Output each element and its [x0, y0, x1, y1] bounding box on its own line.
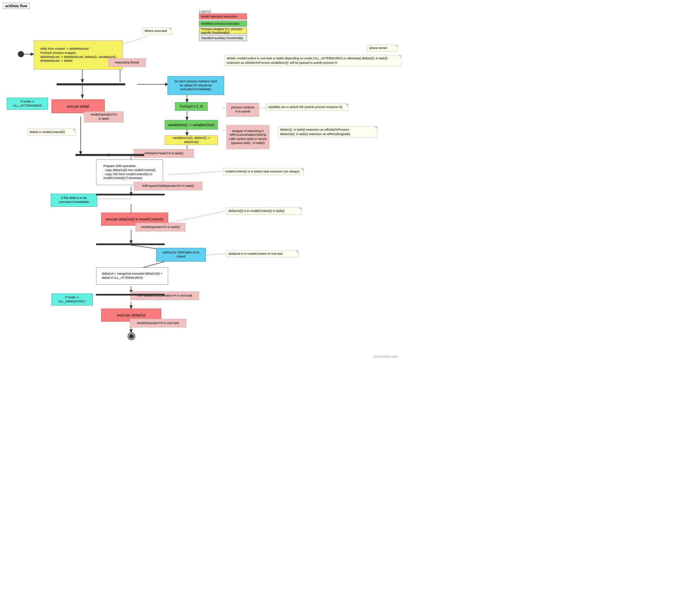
join-bar: [75, 154, 144, 156]
deltaout-root-context-note: deltaOut is in modelContext of root task: [226, 250, 299, 257]
legend-item-red: Model operation execution: [199, 13, 249, 20]
powered-by: powered by Astah: [373, 355, 398, 358]
wf-wait-for-tasks-node: WfWaitForTasksTH in task(i): [134, 149, 194, 158]
variables-in-out-node: variablesIn(i) -> variablesOut(i): [165, 120, 218, 130]
delta0-context-note: delta0: modelContext in root task or tas…: [225, 55, 401, 66]
legend-item-yellow: Process wrapper (i.e. process-specific f…: [199, 28, 249, 34]
process-instance-activiti-node: process instance #i in activiti: [226, 103, 259, 117]
deltain-task-extension-note: deltaIn(i): in task(i) extension as wfDe…: [278, 126, 377, 137]
act-label: actData flow: [3, 3, 30, 9]
requesting-thread-node: requesting thread: [108, 58, 146, 67]
execute-delta0-node: execute delta0: [51, 99, 105, 113]
prepare-child-op-node: Prepare child operation: - copy deltaOut…: [96, 159, 163, 185]
model-op-th-task-i-node: ModelOperationTH in task(i): [136, 223, 185, 231]
variables-out-delta-in-out-node: variablesOut(i), deltaIn(i) -> deltaOut(…: [165, 135, 218, 145]
delta-out-merge-node: deltaOut = merge(not executed deltaOut(i…: [96, 267, 168, 285]
legend-item-gray: Standard auxiliary functionality: [199, 35, 249, 41]
legend-box-green: Workflow process execution: [199, 21, 247, 27]
legend-box-red: Model operation execution: [199, 13, 247, 20]
if-mode-ne-all-afterwards-node: If mode != ALL_AFTERWARDS: [7, 98, 48, 110]
deltaout-modelcontext-note: deltaOut(i) is in modelContext(i) in tas…: [226, 207, 302, 215]
svg-line-24: [168, 171, 223, 175]
final-state-inner: [129, 334, 134, 339]
delta0-modelcontext-note: delta0 in modelContext(0): [27, 129, 75, 136]
model-op-th-root-node: ModelOperationTH in root task: [130, 319, 186, 327]
where-stored-note: where stored: [367, 45, 398, 52]
legend-title: Legend:: [199, 10, 211, 13]
fork-bar-bottom: [96, 294, 165, 296]
for-each-process-node: for each process instance (and for delta…: [167, 76, 224, 95]
foreach-i1n-node: ForEach i=1..N: [175, 102, 208, 111]
wf-prepare-child-node: WfPrepareChildOperationTH in task(i): [134, 182, 202, 190]
model-op-th-task0-node: ModelOperationTH in task0: [84, 111, 124, 122]
final-state: [128, 333, 135, 340]
initial-state: [18, 51, 24, 57]
modelcontext-task-extension-note: modelContext(i) is in task(i) task exten…: [223, 168, 304, 175]
wrapper-executing-node: wrapper #i executing in WfProcessShadowT…: [226, 125, 269, 149]
variables-activiti-db-note: variables are in activiti DB (activiti p…: [266, 104, 348, 111]
if-delta-immediately-node: If this delta is to be executed immediat…: [51, 194, 97, 207]
legend-item-green: Workflow process execution: [199, 21, 249, 27]
fork-bar-middle: [96, 194, 165, 195]
fork-bar-top: [57, 83, 125, 85]
wf-prepare-root-node: WfPrepareRootOperationTH in root task: [130, 291, 199, 300]
legend-box-gray: Standard auxiliary functionality: [199, 35, 247, 41]
svg-line-25: [168, 211, 226, 223]
legend-box-yellow: Process wrapper (i.e. process-specific f…: [199, 28, 247, 34]
join-bar-2: [96, 243, 165, 245]
if-mode-ne-all-imm-node: If mode != ALL_IMMEDIATELY: [51, 293, 93, 306]
waiting-child-tasks-node: waiting for child tasks to be closed: [156, 248, 206, 262]
legend: Legend: Model operation execution Workfl…: [199, 10, 249, 42]
where-executed-note: Where executed: [142, 27, 172, 35]
